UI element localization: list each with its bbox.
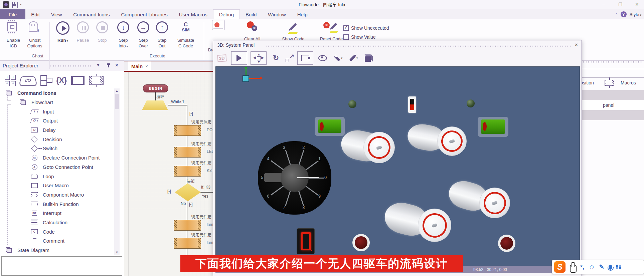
led-sphere[interactable]: [348, 100, 356, 108]
rotate-view-icon[interactable]: ↻: [270, 52, 282, 64]
component-macro-block[interactable]: [174, 220, 201, 231]
menu-item[interactable]: Help: [292, 9, 313, 19]
pen-icon[interactable]: ✎: [599, 263, 604, 271]
motor-face: [437, 126, 467, 156]
menu-item[interactable]: File: [0, 9, 25, 19]
menu-item[interactable]: Build: [240, 9, 262, 19]
3d-viewport[interactable]: 0123456789: [215, 66, 580, 266]
tree-item[interactable]: Built-in Function: [0, 199, 114, 209]
checkbox-checked-icon: [343, 25, 349, 31]
tree-item[interactable]: Comment: [0, 236, 114, 246]
push-button-3d[interactable]: [352, 234, 370, 251]
3d-panel-title-bar[interactable]: 3D: System Panel ✕: [213, 40, 582, 50]
scroll-down-icon[interactable]: ▼: [114, 251, 120, 254]
io-icon[interactable]: I/O: [19, 76, 38, 86]
tree-item[interactable]: INT Interrupt: [0, 209, 114, 218]
drag-handle[interactable]: [49, 65, 93, 67]
component-macro-icon[interactable]: [89, 76, 104, 85]
tab-macros[interactable]: Macros: [621, 80, 636, 85]
show-unexecuted-checkbox[interactable]: Show Unexecuted: [343, 25, 389, 31]
expand-all-icon[interactable]: ++++: [5, 74, 16, 86]
tab-close-icon[interactable]: ×: [145, 64, 148, 69]
tree-item[interactable]: Component Macro: [0, 190, 114, 200]
minimize-button[interactable]: –: [599, 1, 609, 8]
pin-icon[interactable]: [108, 63, 109, 67]
tree-item[interactable]: C Code: [0, 227, 114, 236]
paint-brush-icon[interactable]: [347, 52, 359, 64]
tree-item[interactable]: O Output: [0, 116, 114, 125]
visibility-eye-icon[interactable]: [317, 52, 329, 64]
tree-scrollbar[interactable]: ▲ ▼: [114, 88, 120, 255]
scroll-up-icon[interactable]: ▲: [114, 89, 120, 92]
emoji-icon[interactable]: ☺: [589, 264, 595, 271]
drag-handle[interactable]: [266, 44, 572, 47]
help-icon[interactable]: ?: [621, 11, 627, 17]
user-macro-icon[interactable]: [71, 76, 85, 85]
led-sphere[interactable]: [467, 99, 475, 107]
tree-item[interactable]: Decision: [0, 134, 114, 144]
tree-item-icon: [18, 99, 28, 105]
panel-close-icon[interactable]: ✕: [115, 63, 119, 68]
scrollbar-thumb[interactable]: [115, 94, 119, 109]
menu-item[interactable]: Window: [262, 9, 291, 19]
execute-group-label: Execute: [150, 53, 165, 58]
show-value-checkbox[interactable]: Show Value: [343, 34, 376, 40]
select-mode-button[interactable]: [231, 51, 247, 65]
menu-item-label: View: [51, 12, 62, 17]
tree-item[interactable]: − Flowchart: [0, 98, 114, 107]
variables-icon[interactable]: {X}: [56, 74, 67, 86]
tree-item[interactable]: User Macro: [0, 181, 114, 190]
led-bar-3d[interactable]: [315, 117, 345, 136]
led-bar-3d[interactable]: [478, 117, 508, 137]
push-button-3d[interactable]: [498, 235, 515, 252]
rotary-dial[interactable]: 0123456789: [258, 141, 331, 215]
style-button[interactable]: Style: [630, 12, 641, 17]
tree-item[interactable]: − State Diagram: [0, 246, 114, 255]
menu-item[interactable]: User Macros: [173, 9, 213, 19]
collapse-marker[interactable]: [-]: [189, 202, 193, 207]
expander-icon[interactable]: −: [7, 100, 11, 104]
restore-button[interactable]: ❐: [615, 1, 625, 8]
component-macro-block[interactable]: [174, 125, 201, 136]
tree-item[interactable]: Calculation: [0, 218, 114, 227]
toggle-switch-3d[interactable]: [408, 96, 416, 113]
tree-item[interactable]: Switch: [0, 144, 114, 153]
tab-main[interactable]: Main ×: [128, 61, 151, 71]
panel-dropdown-icon[interactable]: ▼: [96, 63, 100, 67]
tree-item[interactable]: I Input: [0, 107, 114, 116]
collapse-marker[interactable]: [-]: [167, 189, 171, 194]
sogou-input-icon[interactable]: S: [554, 261, 566, 273]
menu-item[interactable]: View: [45, 9, 67, 19]
keyboard-grid-icon[interactable]: [616, 265, 621, 269]
tools-wrench-icon[interactable]: [332, 52, 344, 64]
menu-item[interactable]: Edit: [25, 9, 45, 19]
tree-item[interactable]: Loop: [0, 172, 114, 181]
tree-item[interactable]: D Delay: [0, 125, 114, 135]
component-macro-block[interactable]: [174, 238, 201, 249]
component-macro-block[interactable]: [174, 147, 201, 158]
zoom-extents-icon[interactable]: ↗: [285, 54, 294, 62]
tree-item[interactable]: A: Declare Connection Point: [0, 153, 114, 163]
clip-plane-button[interactable]: [297, 51, 313, 65]
ribbon-collapse-icon[interactable]: ^: [616, 12, 617, 16]
material-cube-icon[interactable]: [363, 52, 375, 64]
while-loop-block[interactable]: [142, 100, 168, 110]
flowchart-canvas[interactable]: BEGIN 循环 While 1 [-] 调用元件宏 PO 调用元件宏 LED …: [124, 72, 214, 276]
close-button[interactable]: ✕: [632, 1, 642, 8]
decision-block[interactable]: [175, 183, 201, 201]
menu-item[interactable]: Component Libraries: [116, 9, 173, 19]
3d-panel-close-icon[interactable]: ✕: [575, 42, 578, 47]
collapse-marker[interactable]: [-]: [189, 111, 193, 116]
menu-item[interactable]: Command Icons: [67, 9, 115, 19]
menu-item[interactable]: Debug: [213, 9, 240, 19]
tree-item[interactable]: A Goto Connection Point: [0, 163, 114, 172]
microphone-icon[interactable]: [609, 265, 612, 270]
pan-mode-button[interactable]: ▲▼◀▶: [251, 51, 267, 65]
windows-icon[interactable]: [40, 75, 52, 86]
begin-block[interactable]: BEGIN: [143, 84, 168, 92]
tree-item-label: Interrupt: [43, 210, 61, 216]
tree-item[interactable]: Command Icons: [0, 88, 114, 98]
component-macro-block[interactable]: [174, 166, 201, 177]
ime-punctuation-toggle[interactable]: °,: [580, 264, 584, 271]
dial-number: 4: [267, 156, 269, 161]
